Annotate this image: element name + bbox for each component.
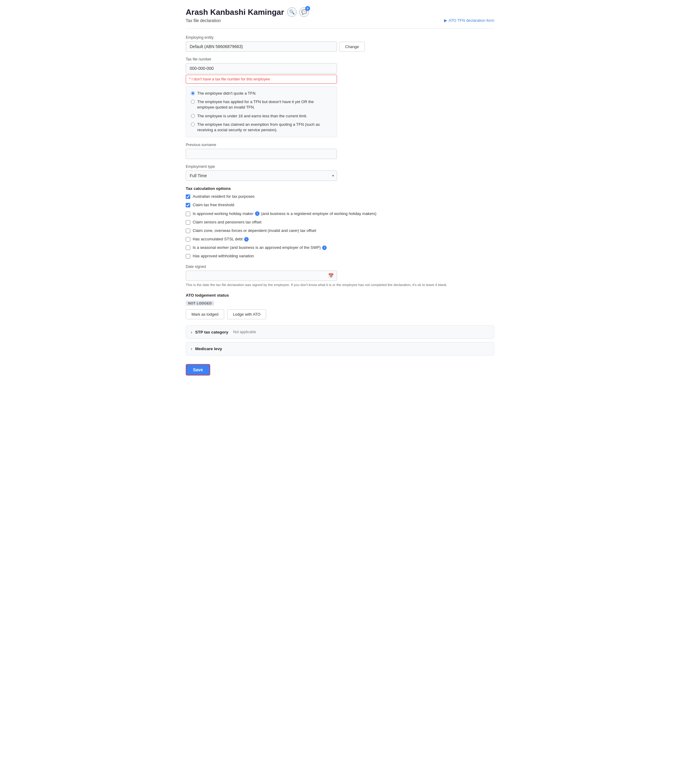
tfn-option-1-label: The employee didn't quote a TFN.: [197, 91, 257, 96]
tc-option-1[interactable]: Australian resident for tax purposes: [186, 194, 494, 199]
tfn-option-3-label: The employee is under 18 and earns less …: [197, 113, 307, 119]
date-signed-input[interactable]: [186, 270, 337, 281]
message-badge: 0: [305, 6, 310, 11]
tc-label-1: Australian resident for tax purposes: [193, 194, 255, 199]
save-button[interactable]: Save: [186, 364, 210, 376]
tc-label-8: Has approved withholding variation: [193, 253, 254, 259]
search-icon-btn[interactable]: 🔍: [287, 7, 297, 17]
not-lodged-badge: NOT LODGED: [186, 301, 214, 306]
tax-calculation-group: Tax calculation options Australian resid…: [186, 186, 494, 259]
previous-surname-group: Previous surname: [186, 143, 494, 159]
tc-checkbox-6[interactable]: [186, 237, 190, 242]
tax-calculation-heading: Tax calculation options: [186, 186, 494, 191]
stp-tax-accordion: › STP tax category Not applicable: [186, 325, 494, 339]
tc-checkbox-1[interactable]: [186, 195, 190, 199]
ato-tfn-declaration-link[interactable]: ▶ ATO TFN declaration form: [444, 18, 494, 23]
stp-tax-title: STP tax category: [195, 330, 228, 335]
employing-entity-input[interactable]: [186, 41, 337, 52]
calendar-icon[interactable]: 📅: [328, 273, 334, 278]
tfn-radio-1[interactable]: [191, 91, 195, 95]
external-link-icon: ▶: [444, 18, 447, 23]
employing-entity-label: Employing entity: [186, 35, 494, 39]
date-signed-hint: This is the date the tax file declaratio…: [186, 283, 494, 288]
tfn-radio-3[interactable]: [191, 114, 195, 118]
tfn-option-4-label: The employee has claimed an exemption fr…: [197, 122, 332, 133]
tfn-radio-4[interactable]: [191, 123, 195, 126]
tc-label-7: Is a seasonal worker (and business is an…: [193, 245, 327, 250]
medicare-title: Medicare levy: [195, 347, 222, 351]
mark-as-lodged-button[interactable]: Mark as lodged: [186, 309, 224, 319]
employment-type-select[interactable]: Full Time Part Time Casual Labour Hire S…: [186, 171, 337, 181]
tc-checkbox-2[interactable]: [186, 203, 190, 207]
lodge-with-ato-button[interactable]: Lodge with ATO: [227, 309, 266, 319]
ato-lodgement-heading: ATO lodgement status: [186, 293, 494, 297]
tc-checkbox-8[interactable]: [186, 254, 190, 259]
tfn-error-message: * I don't have a tax file number for thi…: [186, 75, 337, 84]
tc-label-3: Is approved working holiday maker i (and…: [193, 211, 376, 217]
tc-label-6: Has accumulated STSL debt i: [193, 236, 249, 242]
tc-label-4: Claim seniors and pensioners tax offset: [193, 220, 261, 225]
employment-type-group: Employment type Full Time Part Time Casu…: [186, 165, 494, 181]
chevron-right-icon-2: ›: [191, 347, 192, 351]
change-entity-button[interactable]: Change: [339, 42, 365, 52]
ato-lodgement-section: ATO lodgement status NOT LODGED Mark as …: [186, 293, 494, 319]
tfn-option-1[interactable]: The employee didn't quote a TFN.: [191, 91, 332, 96]
tfn-option-3[interactable]: The employee is under 18 and earns less …: [191, 113, 332, 119]
tax-file-number-group: Tax file number * I don't have a tax fil…: [186, 57, 494, 137]
page-title: Arash Kanbashi Kamingar: [186, 8, 284, 17]
employing-entity-group: Employing entity Change: [186, 35, 494, 52]
tc-option-5[interactable]: Claim zone, overseas forces or dependent…: [186, 228, 494, 233]
tfn-option-4[interactable]: The employee has claimed an exemption fr…: [191, 122, 332, 133]
tc-checkbox-4[interactable]: [186, 220, 190, 225]
info-icon-swp[interactable]: i: [322, 245, 327, 250]
stp-tax-accordion-header[interactable]: › STP tax category Not applicable: [186, 326, 494, 339]
date-signed-group: Date signed 📅 This is the date the tax f…: [186, 265, 494, 288]
messages-icon-btn[interactable]: 💬 0: [299, 7, 309, 17]
tfn-option-2-label: The employee has applied for a TFN but d…: [197, 99, 332, 110]
tfn-radio-2[interactable]: [191, 100, 195, 104]
tc-option-4[interactable]: Claim seniors and pensioners tax offset: [186, 220, 494, 225]
tc-checkbox-7[interactable]: [186, 245, 190, 250]
info-icon-wh[interactable]: i: [255, 211, 260, 216]
chevron-right-icon: ›: [191, 330, 192, 335]
tc-option-6[interactable]: Has accumulated STSL debt i: [186, 236, 494, 242]
tc-option-8[interactable]: Has approved withholding variation: [186, 253, 494, 259]
tax-file-number-input[interactable]: [186, 63, 337, 74]
tc-label-5: Claim zone, overseas forces or dependent…: [193, 228, 316, 233]
previous-surname-input[interactable]: [186, 149, 337, 159]
info-icon-stsl[interactable]: i: [244, 237, 249, 242]
tc-option-2[interactable]: Claim tax free threshold: [186, 202, 494, 208]
employment-type-label: Employment type: [186, 165, 494, 169]
tc-label-2: Claim tax free threshold: [193, 202, 234, 208]
tc-checkbox-3[interactable]: [186, 212, 190, 216]
tfn-options-box: The employee didn't quote a TFN. The emp…: [186, 86, 337, 137]
stp-tax-subtitle: Not applicable: [233, 330, 256, 334]
medicare-accordion: › Medicare levy: [186, 342, 494, 355]
medicare-accordion-header[interactable]: › Medicare levy: [186, 342, 494, 355]
tfn-option-2[interactable]: The employee has applied for a TFN but d…: [191, 99, 332, 110]
tc-option-7[interactable]: Is a seasonal worker (and business is an…: [186, 245, 494, 250]
date-signed-label: Date signed: [186, 265, 494, 269]
tc-checkbox-5[interactable]: [186, 229, 190, 233]
tax-file-number-label: Tax file number: [186, 57, 494, 61]
tc-option-3[interactable]: Is approved working holiday maker i (and…: [186, 211, 494, 217]
page-subtitle: Tax file declaration: [186, 18, 309, 23]
previous-surname-label: Previous surname: [186, 143, 494, 147]
